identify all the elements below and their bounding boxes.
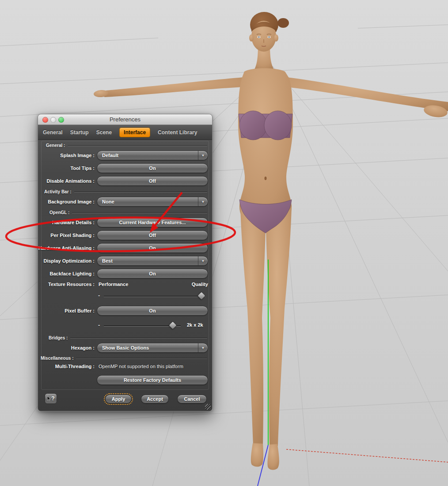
figure-right-arm (286, 77, 448, 111)
section-miscellaneous: Miscellaneous : (41, 355, 207, 361)
pixel-buffer-toggle[interactable]: On (97, 306, 208, 316)
section-activity-bar: Activity Bar : (44, 189, 207, 194)
per-pixel-shading-toggle[interactable]: Off (97, 230, 208, 240)
field-hardware-details: Hardware Details : Current Hardware Feat… (38, 218, 213, 227)
tab-content-library[interactable]: Content Library (158, 128, 197, 137)
tool-tips-toggle[interactable]: On (97, 163, 208, 173)
multi-threading-label: Multi-Threading : (38, 363, 95, 369)
accept-button[interactable]: Accept (141, 395, 169, 403)
slider-min-mark: - (98, 292, 100, 299)
x-axis-line (286, 449, 448, 462)
field-pixel-buffer: Pixel Buffer : On (38, 306, 213, 316)
field-texture-resources: Texture Resources : Performance Quality (38, 281, 213, 287)
display-optimization-label: Display Optimization : (38, 256, 95, 266)
tool-tips-label: Tool Tips : (38, 163, 95, 173)
background-image-dropdown[interactable]: None ▼ (97, 197, 208, 207)
cancel-button[interactable]: Cancel (177, 395, 207, 403)
dropdown-value: None (102, 199, 114, 204)
disable-animations-toggle[interactable]: Off (97, 176, 208, 186)
backface-lighting-label: Backface Lighting : (38, 269, 95, 279)
dropdown-value: Best (102, 258, 113, 264)
disable-animations-label: Disable Animations : (38, 176, 95, 186)
restore-factory-defaults-button[interactable]: Restore Factory Defaults (97, 375, 208, 385)
multi-threading-value: OpenMP not supported on this platform (99, 363, 183, 369)
texture-resources-slider[interactable]: - (97, 291, 208, 301)
pixel-buffer-label: Pixel Buffer : (38, 306, 95, 316)
figure-left-leg (240, 207, 266, 445)
hardware-anti-aliasing-label: Hardware Anti-Aliasing : (38, 243, 95, 253)
field-hardware-anti-aliasing: Hardware Anti-Aliasing : On (38, 243, 213, 253)
hexagon-dropdown[interactable]: Show Basic Options ▼ (97, 343, 208, 353)
splash-image-label: Splash Image : (38, 151, 95, 160)
tab-interface[interactable]: Interface (119, 128, 150, 137)
section-bridges: Bridges : (49, 335, 207, 340)
window-title: Preferences (38, 114, 212, 125)
field-per-pixel-shading: Per Pixel Shading : Off (38, 230, 213, 240)
tab-scene[interactable]: Scene (96, 128, 112, 137)
chevron-down-icon: ▼ (198, 343, 208, 352)
chevron-down-icon: ▼ (198, 151, 208, 160)
slider-min-mark: - (98, 322, 100, 328)
section-general: General : (46, 143, 207, 148)
slider-track[interactable] (104, 296, 205, 297)
pixel-buffer-size-value: 2k x 2k (187, 322, 203, 328)
chevron-down-icon: ▼ (198, 256, 208, 265)
hexagon-label: Hexagon : (38, 343, 95, 353)
preferences-window: Preferences General Startup Scene Interf… (38, 114, 213, 411)
field-display-optimization: Display Optimization : Best ▼ (38, 256, 213, 266)
figure-left-arm (104, 77, 244, 97)
apply-button[interactable]: Apply (105, 395, 132, 403)
field-backface-lighting: Backface Lighting : On (38, 269, 213, 279)
backface-lighting-toggle[interactable]: On (97, 269, 208, 279)
performance-label: Performance (99, 281, 128, 287)
splash-image-dropdown[interactable]: Default ▼ (97, 151, 208, 160)
slider-handle[interactable] (168, 321, 177, 330)
field-tool-tips: Tool Tips : On (38, 163, 213, 173)
quality-label: Quality (192, 281, 208, 287)
figure-right-leg (266, 207, 292, 446)
resize-grip-icon[interactable] (205, 404, 211, 410)
axis-lines (258, 260, 448, 486)
field-multi-threading: Multi-Threading : OpenMP not supported o… (38, 363, 213, 369)
dropdown-value: Show Basic Options (102, 345, 149, 350)
hardware-details-label: Hardware Details : (38, 218, 95, 227)
tab-general[interactable]: General (43, 128, 63, 137)
pixel-buffer-size-slider[interactable]: - 2k x 2k (97, 320, 208, 331)
background-image-label: Background Image : (38, 197, 95, 207)
texture-resources-label: Texture Resources : (38, 281, 95, 287)
tab-bar: General Startup Scene Interface Content … (38, 125, 212, 140)
tab-startup[interactable]: Startup (70, 128, 89, 137)
field-disable-animations: Disable Animations : Off (38, 176, 213, 186)
hardware-anti-aliasing-toggle[interactable]: On (97, 243, 208, 253)
section-opengl: OpenGL : (49, 210, 207, 215)
display-optimization-dropdown[interactable]: Best ▼ (97, 256, 208, 266)
current-hardware-features-button[interactable]: Current Hardware Features... (97, 218, 208, 227)
window-titlebar[interactable]: Preferences (38, 114, 212, 125)
cursor-arrow-icon (47, 396, 51, 401)
figure-bra (239, 111, 292, 140)
field-background-image: Background Image : None ▼ (38, 197, 213, 207)
whats-this-button[interactable]: ? (45, 393, 57, 404)
field-splash-image: Splash Image : Default ▼ (38, 151, 213, 160)
per-pixel-shading-label: Per Pixel Shading : (38, 230, 95, 240)
chevron-down-icon: ▼ (198, 197, 208, 206)
slider-handle[interactable] (197, 291, 206, 300)
field-hexagon: Hexagon : Show Basic Options ▼ (38, 343, 213, 353)
dropdown-value: Default (102, 153, 118, 158)
